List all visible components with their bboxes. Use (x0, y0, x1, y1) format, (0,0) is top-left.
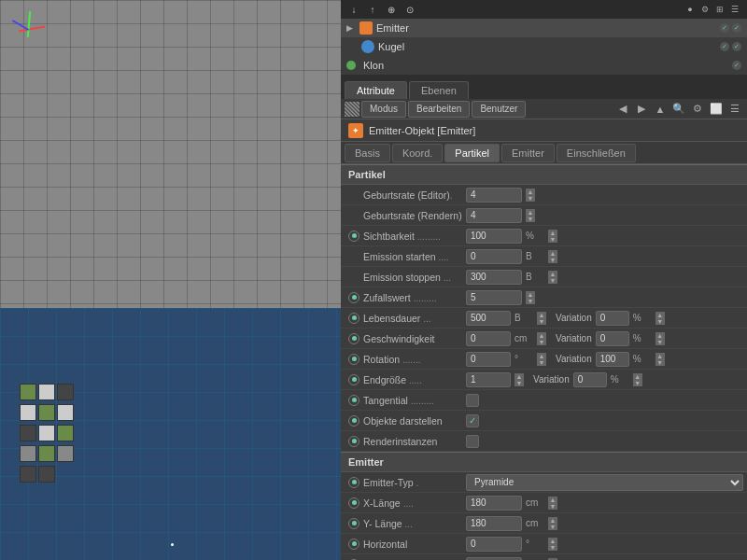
viewport-3d[interactable] (0, 0, 341, 560)
spin-down-rotv[interactable]: ▼ (655, 359, 665, 366)
scene-nav-icon-1[interactable]: ↓ (346, 2, 361, 17)
scene-nav-icon-2[interactable]: ↑ (365, 2, 380, 17)
spin-up-geschv[interactable]: ▲ (655, 332, 665, 339)
spinner-y-laenge[interactable]: ▲ ▼ (548, 517, 557, 530)
radio-endgroesse[interactable] (348, 374, 359, 385)
scene-nav-icon-4[interactable]: ⊙ (402, 2, 417, 17)
spin-down-gr[interactable]: ▼ (526, 216, 535, 222)
spin-down-endv[interactable]: ▼ (633, 380, 642, 386)
scene-icon-gear[interactable]: ⚙ (698, 3, 712, 16)
input-vertikal[interactable] (466, 557, 522, 561)
tree-item-emitter[interactable]: ▶ Emitter ✓ ✓ (341, 19, 747, 37)
radio-sichtbarkeit[interactable] (348, 231, 359, 242)
spinner-endgroesse-var[interactable]: ▲ ▼ (633, 373, 642, 386)
spinner-lebensdauer-var[interactable]: ▲ ▼ (655, 312, 665, 325)
checkbox-renderinstanzen[interactable] (466, 435, 479, 448)
spinner-geschwindigkeit[interactable]: ▲ ▼ (537, 332, 546, 345)
input-endgroesse[interactable] (466, 372, 511, 387)
input-geschwindigkeit-variation[interactable] (596, 331, 629, 346)
spin-down-xl[interactable]: ▼ (548, 503, 557, 510)
input-horizontal[interactable] (466, 537, 522, 552)
spin-up-end[interactable]: ▲ (514, 373, 524, 380)
spin-up-ep[interactable]: ▲ (548, 271, 557, 277)
radio-renderinstanzen[interactable] (348, 436, 359, 447)
klon-check-1[interactable]: ✓ (732, 61, 741, 70)
sub-tab-einschliessen[interactable]: Einschließen (557, 144, 636, 162)
toolbar-bearbeiten[interactable]: Bearbeiten (408, 101, 470, 118)
scene-icon-ball[interactable]: ● (684, 3, 697, 16)
spinner-rotation-var[interactable]: ▲ ▼ (655, 353, 665, 366)
tree-item-kugel[interactable]: Kugel ✓ ✓ (341, 37, 747, 56)
spin-down-zuf[interactable]: ▼ (526, 298, 535, 304)
spin-up-leb[interactable]: ▲ (537, 312, 546, 318)
spin-down-leb[interactable]: ▼ (537, 318, 546, 325)
spinner-zufallswert[interactable]: ▲ ▼ (526, 291, 535, 304)
kugel-check-1[interactable]: ✓ (720, 42, 729, 51)
checkbox-objekte-darstellen[interactable]: ✓ (466, 414, 479, 427)
kugel-check-2[interactable]: ✓ (732, 42, 741, 51)
input-sichtbarkeit[interactable] (466, 229, 522, 244)
spin-up-lebv[interactable]: ▲ (655, 312, 665, 318)
toolbar-expand[interactable]: ⬜ (708, 101, 725, 118)
toolbar-settings[interactable]: ⚙ (689, 101, 706, 118)
spin-up-rot[interactable]: ▲ (537, 353, 546, 359)
spin-up-zuf[interactable]: ▲ (526, 291, 535, 298)
spinner-sichtbarkeit[interactable]: ▲ ▼ (548, 230, 557, 243)
radio-y-laenge[interactable] (348, 518, 359, 529)
spin-up-endv[interactable]: ▲ (633, 373, 642, 380)
input-emission-stoppen[interactable] (466, 270, 522, 285)
toolbar-benutzer[interactable]: Benutzer (472, 101, 526, 118)
spin-up-xl[interactable]: ▲ (548, 497, 557, 503)
toolbar-modus[interactable]: Modus (361, 101, 406, 118)
tab-attribute[interactable]: Attribute (345, 81, 407, 99)
emitter-check-1[interactable]: ✓ (720, 23, 729, 33)
spin-down-rot[interactable]: ▼ (537, 359, 546, 366)
input-rotation-variation[interactable] (596, 352, 629, 367)
input-geburtsrate-editor[interactable] (466, 188, 522, 203)
scene-icon-more[interactable]: ☰ (728, 3, 741, 16)
input-x-laenge[interactable] (466, 496, 522, 511)
sub-tab-partikel[interactable]: Partikel (444, 144, 500, 162)
spin-up-gr[interactable]: ▲ (526, 209, 535, 216)
radio-emitter-typ[interactable] (348, 477, 359, 488)
toolbar-nav-left[interactable]: ◀ (614, 101, 631, 118)
spinner-rotation[interactable]: ▲ ▼ (537, 353, 546, 366)
spinner-emission-stoppen[interactable]: ▲ ▼ (548, 271, 557, 284)
input-endgroesse-variation[interactable] (573, 372, 607, 387)
spin-up-gesch[interactable]: ▲ (537, 332, 546, 339)
input-geburtsrate-rendern[interactable] (466, 208, 522, 223)
spin-up-geburtsrate-editor[interactable]: ▲ (526, 189, 535, 195)
input-y-laenge[interactable] (466, 516, 522, 531)
toolbar-nav-right[interactable]: ▶ (633, 101, 650, 118)
radio-geschwindigkeit[interactable] (348, 333, 359, 344)
spin-up-es[interactable]: ▲ (548, 250, 557, 257)
spin-down-gesch[interactable]: ▼ (537, 339, 546, 345)
input-emission-starten[interactable] (466, 249, 522, 264)
spin-down-yl[interactable]: ▼ (548, 524, 557, 530)
sub-tab-basis[interactable]: Basis (345, 144, 390, 162)
checkbox-tangential[interactable] (466, 394, 479, 407)
radio-objekte-darstellen[interactable] (348, 415, 359, 427)
radio-tangential[interactable] (348, 395, 359, 406)
spinner-geburtsrate-editor[interactable]: ▲ ▼ (526, 189, 535, 202)
sub-tab-koord[interactable]: Koord. (392, 144, 443, 162)
scene-nav-icon-3[interactable]: ⊕ (384, 2, 399, 17)
tree-item-klon[interactable]: Klon ✓ (341, 56, 747, 75)
spinner-x-laenge[interactable]: ▲ ▼ (548, 497, 557, 510)
tree-arrow-emitter[interactable]: ▶ (346, 23, 356, 33)
emitter-check-2[interactable]: ✓ (732, 23, 741, 33)
toolbar-search[interactable]: 🔍 (670, 101, 687, 118)
spinner-geschwindigkeit-var[interactable]: ▲ ▼ (655, 332, 665, 345)
spin-down-hor[interactable]: ▼ (548, 544, 557, 551)
spin-down-es[interactable]: ▼ (548, 257, 557, 263)
spin-up-yl[interactable]: ▲ (548, 517, 557, 524)
input-lebensdauer-variation[interactable] (596, 311, 629, 326)
spinner-lebensdauer[interactable]: ▲ ▼ (537, 312, 546, 325)
spin-down-geschv[interactable]: ▼ (655, 339, 665, 345)
spin-down-lebv[interactable]: ▼ (655, 318, 665, 325)
spin-up-rotv[interactable]: ▲ (655, 353, 665, 359)
toolbar-arrow-up[interactable]: ▲ (652, 101, 669, 118)
scene-icon-grid[interactable]: ⊞ (713, 3, 726, 16)
radio-lebensdauer[interactable] (348, 313, 359, 324)
spinner-emission-starten[interactable]: ▲ ▼ (548, 250, 557, 263)
